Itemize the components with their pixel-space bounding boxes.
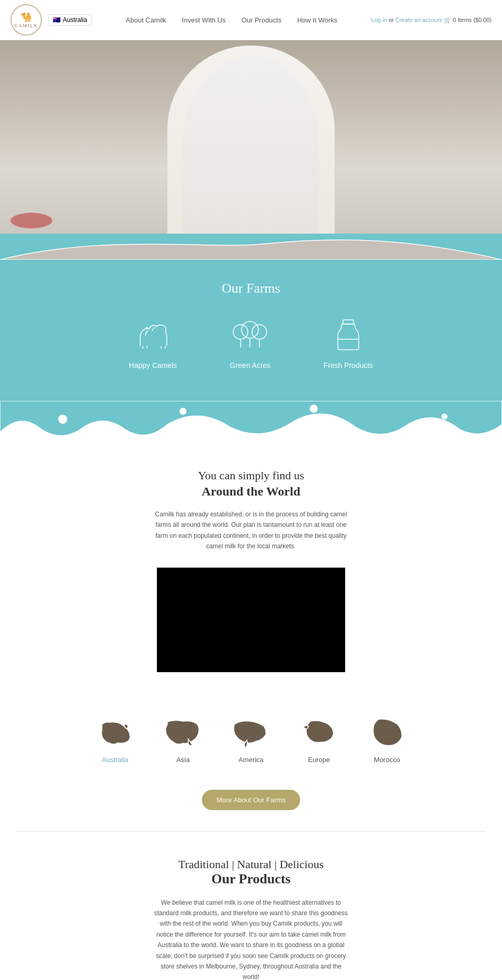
around-world-title: Around the World [10, 485, 492, 499]
farm-happy-camels: Happy Camels [129, 317, 177, 370]
wave-top-svg [0, 234, 502, 260]
around-world-section: You can simply find us Around the World … [0, 443, 502, 709]
our-products-section: Traditional | Natural | Delicious Our Pr… [0, 832, 502, 980]
svg-point-12 [310, 405, 317, 412]
morocco-label: Morocco [374, 756, 400, 764]
australia-shape [94, 714, 136, 751]
products-title: Our Products [10, 871, 492, 887]
products-subtitle: Traditional | Natural | Delicious [10, 858, 492, 871]
camel-icon [132, 317, 174, 354]
more-farms-button[interactable]: More About Our Farms [202, 790, 300, 810]
happy-camels-label: Happy Camels [129, 361, 177, 370]
nav-products[interactable]: Our Products [242, 16, 282, 24]
svg-rect-7 [343, 320, 353, 324]
around-world-description: Camilk has already established, or is in… [152, 509, 350, 552]
continent-morocco[interactable]: Morocco [366, 714, 408, 764]
tree-icon [229, 317, 271, 354]
milk-splash-section [0, 401, 502, 443]
farm-fresh-products: Fresh Products [323, 317, 373, 370]
nav-about[interactable]: About Camilk [126, 16, 166, 24]
america-label: America [238, 756, 264, 764]
logo-icon: 🐪 [20, 11, 32, 23]
world-map-video [157, 568, 345, 672]
hero-child-figure [167, 45, 335, 234]
hero-bg [0, 40, 502, 234]
or-text: or [389, 17, 394, 23]
morocco-shape [366, 714, 408, 751]
site-header: 🐪 CAMILK 🇦🇺 Australia About Camilk Inves… [0, 0, 502, 40]
flag-emoji: 🇦🇺 [53, 16, 61, 24]
america-shape [230, 714, 272, 751]
nav-invest[interactable]: Invest With Us [182, 16, 226, 24]
svg-point-13 [442, 414, 447, 419]
morocco-icon [366, 714, 408, 751]
svg-point-5 [252, 325, 267, 339]
login-link[interactable]: Log in [371, 17, 387, 23]
europe-icon [298, 714, 340, 751]
continent-america[interactable]: America [230, 714, 272, 764]
strawberry-decor [10, 213, 52, 228]
svg-point-0 [146, 328, 147, 329]
continent-asia[interactable]: Asia [162, 714, 204, 764]
continent-australia[interactable]: Australia [94, 714, 136, 764]
wave-top-transition [0, 234, 502, 260]
farms-heading: Our Farms [10, 281, 492, 296]
around-world-subtitle: You can simply find us [10, 469, 492, 482]
child-silhouette [183, 56, 319, 234]
asia-icon [162, 714, 204, 751]
farms-button-wrap: More About Our Farms [0, 779, 502, 831]
farms-icons-row: Happy Camels Green Acres [10, 317, 492, 370]
svg-point-10 [59, 415, 67, 423]
country-label: Australia [63, 16, 87, 24]
create-account-link[interactable]: Create an account [395, 17, 442, 23]
asia-shape [162, 714, 204, 751]
bottle-icon [327, 317, 369, 354]
milk-wave-svg [0, 401, 502, 443]
products-para1: We believe that camel milk is one of the… [152, 897, 350, 980]
header-left: 🐪 CAMILK 🇦🇺 Australia [10, 4, 92, 36]
europe-label: Europe [308, 756, 330, 764]
svg-point-11 [180, 408, 186, 414]
cart-label[interactable]: 0 Items ($0.00) [453, 17, 492, 23]
auth-cart: Log in or Create an account 🛒 0 Items ($… [371, 17, 492, 24]
asia-label: Asia [176, 756, 189, 764]
logo-text: CAMILK [14, 23, 38, 28]
logo[interactable]: 🐪 CAMILK [10, 4, 42, 36]
america-icon [230, 714, 272, 751]
hero-section [0, 40, 502, 234]
main-nav: About Camilk Invest With Us Our Products… [126, 16, 338, 24]
cart-icon: 🛒 [444, 17, 453, 23]
australia-label: Australia [102, 756, 129, 764]
farm-green-acres: Green Acres [229, 317, 271, 370]
country-selector[interactable]: 🇦🇺 Australia [48, 14, 92, 26]
europe-shape [298, 714, 340, 751]
continent-europe[interactable]: Europe [298, 714, 340, 764]
our-farms-section: Our Farms Happy Camels [0, 260, 502, 401]
australia-icon [94, 714, 136, 751]
continents-row: Australia Asia America Europe [0, 709, 502, 779]
fresh-products-label: Fresh Products [323, 361, 373, 370]
svg-point-3 [242, 321, 258, 338]
nav-how[interactable]: How It Works [297, 16, 337, 24]
green-acres-label: Green Acres [230, 361, 271, 370]
